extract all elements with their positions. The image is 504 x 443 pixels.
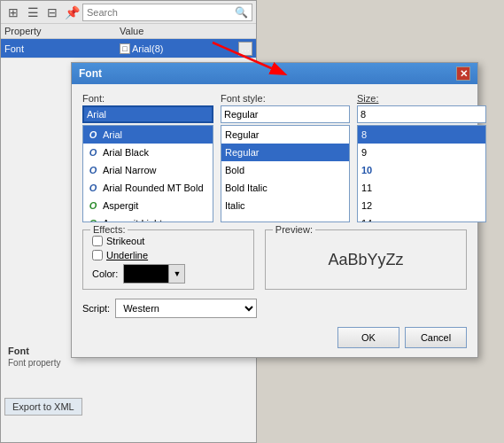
list-item[interactable]: O Arial Rounded MT Bold <box>83 179 213 197</box>
list-item[interactable]: 9 <box>358 144 485 161</box>
list-item-label: 8 <box>361 129 367 140</box>
list-item[interactable]: 10 <box>358 161 485 179</box>
list-item-label: Arial Narrow <box>103 165 157 175</box>
list-item-label: Regular <box>225 147 260 158</box>
list-item-label: Aspergit <box>103 200 138 211</box>
dialog-titlebar: Font ✕ <box>72 63 477 84</box>
style-col-label: Font style: <box>221 93 350 104</box>
pin-icon[interactable]: 📌 <box>63 4 81 21</box>
script-label: Script: <box>82 303 110 314</box>
list-item-label: 9 <box>361 147 367 158</box>
dialog-top-row: Font: O Arial O Arial Black O Arial Narr… <box>82 93 467 222</box>
size-column: Size: 8 9 10 11 12 <box>357 93 486 222</box>
list-item[interactable]: Bold <box>221 161 349 179</box>
list-item[interactable]: Italic <box>221 197 349 214</box>
size-text-input[interactable] <box>357 105 486 123</box>
prop-value: □ Arial(8) … <box>120 42 252 56</box>
underline-label: Underline <box>106 250 148 260</box>
property-edit-button[interactable]: … <box>238 42 252 56</box>
list-item-label: 14 <box>361 218 372 222</box>
preview-legend: Preview: <box>273 224 315 235</box>
list-item-label: Arial Black <box>103 147 149 158</box>
strikeout-label: Strikeout <box>106 236 144 246</box>
list-item-label: Regular <box>225 129 260 140</box>
list-item-label: Bold Italic <box>225 183 268 193</box>
list-item-label: Arial Rounded MT Bold <box>103 183 204 193</box>
expand-icon[interactable]: □ <box>120 43 130 54</box>
dialog-bottom-section: Effects: Strikeout Underline Color: ▼ <box>82 229 467 290</box>
search-box[interactable]: 🔍 <box>82 4 252 21</box>
list-item-label: 12 <box>361 200 372 211</box>
dialog-buttons: OK Cancel <box>82 327 467 348</box>
ok-button[interactable]: OK <box>337 327 399 348</box>
color-label: Color: <box>92 268 118 279</box>
font-text-input[interactable] <box>82 105 213 123</box>
style-column: Font style: Regular Regular Bold Bold It… <box>221 93 350 222</box>
effects-group: Effects: Strikeout Underline Color: ▼ <box>82 229 254 290</box>
style-list[interactable]: Regular Regular Bold Bold Italic Italic <box>221 125 350 222</box>
font-type-icon: O <box>87 199 99 212</box>
list-item[interactable]: O Aspergit <box>83 197 213 214</box>
prop-grid-header: Property Value <box>1 24 256 39</box>
color-row: Color: ▼ <box>92 264 244 284</box>
cancel-button[interactable]: Cancel <box>405 327 467 348</box>
list-item[interactable]: Regular <box>221 144 349 161</box>
dialog-close-button[interactable]: ✕ <box>456 66 470 81</box>
size-col-label: Size: <box>357 93 486 104</box>
list-item-label: Italic <box>225 200 245 211</box>
list-item[interactable]: O Arial <box>83 126 213 144</box>
list-item[interactable]: 11 <box>358 179 485 197</box>
underline-row: Underline <box>92 250 244 260</box>
color-swatch <box>124 265 168 283</box>
dialog-title: Font <box>79 67 102 80</box>
prop-name: Font <box>4 43 120 54</box>
font-type-icon: O <box>87 128 99 141</box>
grid-icon[interactable]: ⊞ <box>4 4 22 21</box>
font-col-label: Font: <box>82 93 213 104</box>
list-item[interactable]: 14 <box>358 214 485 222</box>
sort-icon[interactable]: ⊟ <box>43 4 61 21</box>
value-col-header: Value <box>120 26 252 36</box>
prop-value-text: Arial(8) <box>132 43 163 54</box>
list-item[interactable]: O Aspergit Light <box>83 214 213 222</box>
underline-checkbox[interactable] <box>92 250 103 260</box>
toolbar: ⊞ ☰ ⊟ 📌 🔍 <box>1 1 256 24</box>
color-dropdown-button[interactable]: ▼ <box>168 265 184 283</box>
size-list[interactable]: 8 9 10 11 12 14 <box>357 125 486 222</box>
script-select[interactable]: Western <box>115 299 257 318</box>
effects-legend: Effects: <box>90 224 128 235</box>
list-icon[interactable]: ☰ <box>24 4 42 21</box>
font-type-icon: O <box>87 217 99 222</box>
font-type-icon: O <box>87 164 99 176</box>
font-column: Font: O Arial O Arial Black O Arial Narr… <box>82 93 213 222</box>
font-list[interactable]: O Arial O Arial Black O Arial Narrow O A… <box>82 125 213 222</box>
list-item-label: 11 <box>361 183 372 193</box>
list-item-label: Aspergit Light <box>103 218 162 222</box>
search-icon: 🔍 <box>235 6 248 19</box>
script-row: Script: Western <box>82 299 467 318</box>
list-item[interactable]: O Arial Narrow <box>83 161 213 179</box>
list-item[interactable]: O Arial Black <box>83 144 213 161</box>
export-xml-button[interactable]: Export to XML <box>4 398 82 416</box>
font-dialog: Font ✕ Font: O Arial O Arial Black <box>71 62 478 358</box>
list-item-label: 10 <box>361 165 372 175</box>
list-item[interactable]: Bold Italic <box>221 179 349 197</box>
list-item[interactable]: 12 <box>358 197 485 214</box>
property-col-header: Property <box>4 26 120 36</box>
search-input[interactable] <box>87 7 235 18</box>
strikeout-checkbox[interactable] <box>92 236 103 246</box>
color-picker[interactable]: ▼ <box>123 264 185 284</box>
strikeout-row: Strikeout <box>92 236 244 246</box>
font-type-icon: O <box>87 182 99 194</box>
list-item[interactable]: Regular <box>221 126 349 144</box>
preview-text: AaBbYyZz <box>328 251 403 269</box>
list-item[interactable]: 8 <box>358 126 485 144</box>
font-type-icon: O <box>87 146 99 159</box>
dialog-body: Font: O Arial O Arial Black O Arial Narr… <box>72 84 477 357</box>
list-item-label: Bold <box>225 165 244 175</box>
style-text-input[interactable] <box>221 105 350 123</box>
prop-row-font[interactable]: Font □ Arial(8) … <box>1 39 256 58</box>
preview-group: Preview: AaBbYyZz <box>265 229 467 290</box>
list-item-label: Arial <box>103 129 122 140</box>
